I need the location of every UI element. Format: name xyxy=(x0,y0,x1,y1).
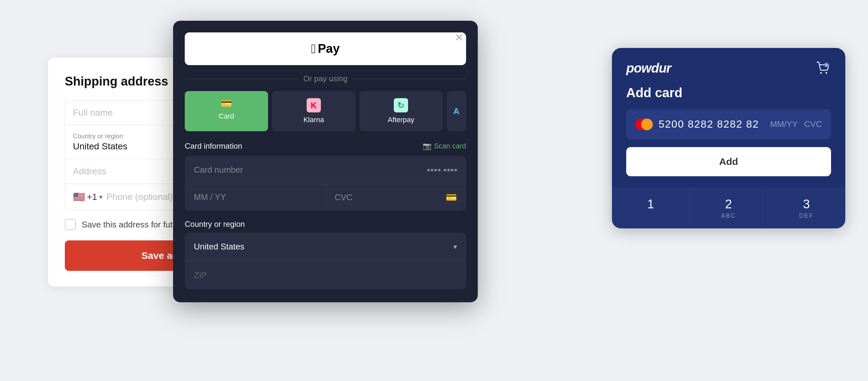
card-info-box: Card number MM / YY CVC 💳 xyxy=(185,156,466,211)
powdur-header: powdur $ xyxy=(612,48,845,86)
numpad-key-2[interactable]: 2 ABC xyxy=(690,188,768,228)
klarna-icon: K xyxy=(307,98,321,113)
other-method-label: A xyxy=(454,106,460,116)
svg-text:$: $ xyxy=(825,63,827,67)
card-dots-icon xyxy=(427,169,457,171)
klarna-label: Klarna xyxy=(303,116,324,124)
card-number-display: 5200 8282 8282 82 xyxy=(659,118,764,130)
svg-point-1 xyxy=(826,72,827,74)
mm-yy-field[interactable]: MM / YY xyxy=(185,184,326,211)
phone-placeholder: Phone (optional) xyxy=(106,192,173,202)
cvc-field[interactable]: CVC 💳 xyxy=(326,184,466,211)
numpad-1-letters xyxy=(649,213,652,219)
payment-method-card[interactable]: 💳 Card xyxy=(185,91,268,131)
payment-modal: ✕  Pay Or pay using 💳 Card K Klarna ↻ A… xyxy=(173,21,478,302)
country-zip-box: United States ▾ ZIP xyxy=(185,233,466,289)
payment-method-klarna[interactable]: K Klarna xyxy=(272,91,355,131)
powdur-logo: powdur xyxy=(626,61,671,75)
country-chevron-icon: ▾ xyxy=(454,243,457,251)
country-section: Country or region United States ▾ ZIP xyxy=(173,220,478,289)
scan-card-label: Scan card xyxy=(434,142,466,150)
flag-icon: 🇺🇸 xyxy=(73,191,85,202)
numpad-3-num: 3 xyxy=(803,197,810,211)
phone-dropdown-icon[interactable]: ▾ xyxy=(99,193,102,201)
numpad-key-1[interactable]: 1 xyxy=(612,188,690,228)
numpad-2-letters: ABC xyxy=(721,213,736,219)
or-pay-using-text: Or pay using xyxy=(303,74,347,83)
payment-method-afterpay[interactable]: ↻ Afterpay xyxy=(360,91,443,131)
address-placeholder: Address xyxy=(73,166,106,176)
close-button[interactable]: ✕ xyxy=(452,30,466,45)
afterpay-icon: ↻ xyxy=(394,98,408,113)
country-select[interactable]: United States ▾ xyxy=(185,233,466,261)
numpad-1-num: 1 xyxy=(647,197,654,211)
add-card-title: Add card xyxy=(612,86,845,109)
card-method-icon: 💳 xyxy=(221,98,232,109)
apple-logo-icon:  xyxy=(311,41,316,56)
mm-yy-placeholder: MM / YY xyxy=(194,192,226,202)
full-name-placeholder: Full name xyxy=(73,107,113,118)
svg-point-0 xyxy=(820,72,822,74)
or-pay-using-divider: Or pay using xyxy=(173,74,478,83)
apple-pay-label: Pay xyxy=(318,42,340,56)
zip-placeholder: ZIP xyxy=(194,270,207,280)
add-card-button[interactable]: Add xyxy=(626,147,831,176)
card-cvc: CVC xyxy=(804,119,822,129)
cvc-card-icon: 💳 xyxy=(446,192,457,203)
numpad-2-num: 2 xyxy=(725,197,732,211)
powdur-card: powdur $ Add card 5200 8282 8282 82 MM/Y… xyxy=(612,48,845,228)
card-number-label: Card number xyxy=(194,165,243,175)
cart-icon[interactable]: $ xyxy=(814,60,831,76)
scan-card-button[interactable]: 📷 Scan card xyxy=(423,142,466,150)
card-expiry-cvc-row: MM / YY CVC 💳 xyxy=(185,184,466,211)
card-method-label: Card xyxy=(219,112,234,121)
phone-flag-code[interactable]: 🇺🇸 +1 ▾ xyxy=(73,191,102,202)
cvc-placeholder: CVC xyxy=(335,192,353,202)
card-information-header: Card information 📷 Scan card xyxy=(173,141,478,151)
payment-method-other[interactable]: A xyxy=(447,91,466,131)
card-information-label: Card information xyxy=(185,141,242,151)
country-section-label: Country or region xyxy=(185,220,466,229)
save-checkbox[interactable] xyxy=(65,219,76,230)
card-input-area[interactable]: 5200 8282 8282 82 MM/YY CVC xyxy=(626,109,831,139)
card-number-row[interactable]: Card number xyxy=(185,156,466,184)
card-mm-yy: MM/YY xyxy=(770,119,798,129)
country-select-value: United States xyxy=(194,242,244,252)
numpad: 1 2 ABC 3 DEF xyxy=(612,188,845,228)
scan-card-icon: 📷 xyxy=(423,142,431,150)
phone-code: +1 xyxy=(87,192,97,202)
apple-pay-button[interactable]:  Pay xyxy=(185,32,466,65)
zip-field[interactable]: ZIP xyxy=(185,261,466,289)
numpad-key-3[interactable]: 3 DEF xyxy=(768,188,845,228)
numpad-3-letters: DEF xyxy=(799,213,814,219)
afterpay-label: Afterpay xyxy=(388,116,414,124)
card-meta: MM/YY CVC xyxy=(770,119,822,129)
mastercard-icon xyxy=(635,119,652,130)
payment-methods-row: 💳 Card K Klarna ↻ Afterpay A xyxy=(173,91,478,131)
